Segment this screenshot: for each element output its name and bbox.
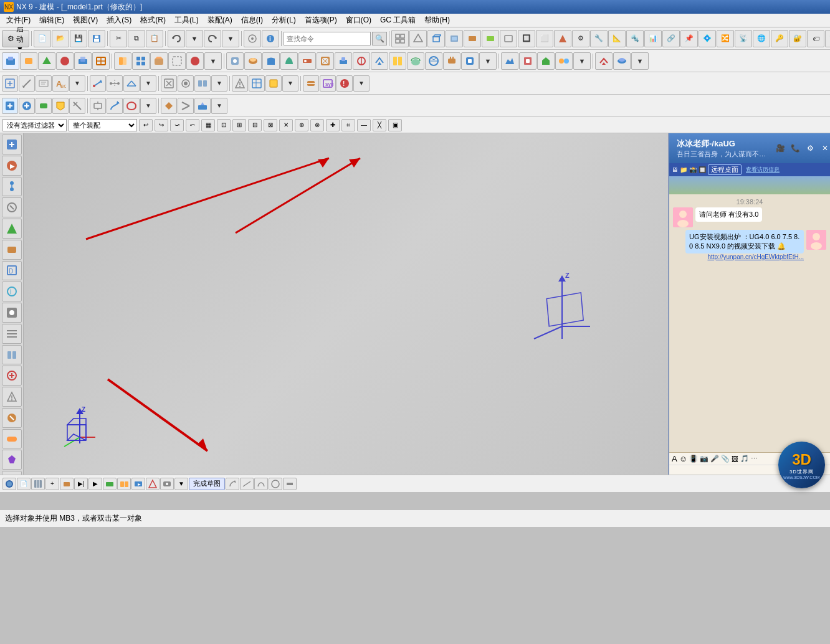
menu-info[interactable]: 信息(I) bbox=[237, 14, 267, 27]
snap-button[interactable] bbox=[244, 30, 261, 47]
extra-4[interactable] bbox=[52, 98, 69, 114]
feat-7[interactable] bbox=[114, 52, 131, 70]
chat-screenshot-icon[interactable]: 📷 bbox=[700, 455, 708, 463]
filter-btn-5[interactable]: ▦ bbox=[201, 119, 215, 131]
extra-8[interactable] bbox=[123, 98, 140, 114]
anno-16[interactable] bbox=[265, 75, 282, 92]
anno-6[interactable] bbox=[90, 75, 106, 92]
feat-1[interactable] bbox=[2, 52, 19, 70]
side-btn-10[interactable] bbox=[2, 324, 22, 344]
anno-8[interactable] bbox=[123, 75, 140, 92]
feat-17[interactable] bbox=[298, 52, 316, 70]
extra-1[interactable] bbox=[2, 98, 18, 114]
side-btn-5[interactable] bbox=[2, 219, 22, 239]
tb-more-11[interactable]: 📊 bbox=[644, 30, 662, 47]
menu-format[interactable]: 格式(R) bbox=[136, 14, 169, 27]
extra-12[interactable] bbox=[194, 98, 211, 114]
anno-5[interactable]: ▼ bbox=[69, 75, 85, 92]
bottom-btn-7[interactable]: ▶ bbox=[88, 478, 102, 490]
extra-5[interactable] bbox=[69, 98, 85, 114]
menu-gc-toolbox[interactable]: GC 工具箱 bbox=[376, 14, 419, 27]
bottom-btn-1[interactable] bbox=[2, 478, 16, 490]
bottom-btn-12[interactable] bbox=[160, 478, 174, 490]
bottom-btn-10[interactable] bbox=[131, 478, 145, 490]
feat-26[interactable] bbox=[461, 52, 479, 70]
info-button[interactable]: i bbox=[262, 30, 279, 47]
search-button[interactable]: 🔍 bbox=[372, 32, 387, 45]
filter-btn-2[interactable]: ↪ bbox=[155, 119, 168, 131]
chat-video-btn[interactable]: 🎥 bbox=[774, 142, 786, 154]
bottom-btn-2[interactable]: 📄 bbox=[17, 478, 31, 490]
side-btn-8[interactable]: i bbox=[2, 282, 22, 301]
feat-6[interactable] bbox=[92, 52, 110, 70]
filter-btn-12[interactable]: ⊗ bbox=[310, 119, 324, 131]
anno-3[interactable] bbox=[36, 75, 52, 92]
side-btn-2[interactable]: ▶ bbox=[2, 156, 22, 176]
search-input[interactable] bbox=[284, 32, 371, 45]
side-btn-9[interactable] bbox=[2, 303, 22, 323]
side-btn-13[interactable] bbox=[2, 387, 22, 407]
feat-27[interactable]: ▼ bbox=[479, 52, 497, 70]
anno-7[interactable] bbox=[107, 75, 123, 92]
feat-32[interactable]: ▼ bbox=[573, 52, 591, 70]
redo-arrow[interactable]: ▼ bbox=[222, 30, 239, 47]
bottom-btn-3[interactable] bbox=[31, 478, 45, 490]
feat-2[interactable] bbox=[20, 52, 37, 70]
side-btn-12[interactable] bbox=[2, 366, 22, 386]
feat-30[interactable] bbox=[537, 52, 555, 70]
menu-preferences[interactable]: 首选项(P) bbox=[301, 14, 341, 27]
feat-12[interactable]: ▼ bbox=[204, 52, 222, 70]
anno-19[interactable]: sym bbox=[320, 75, 336, 92]
side-btn-15[interactable] bbox=[2, 429, 22, 449]
save-as-button[interactable] bbox=[88, 30, 105, 47]
feat-9[interactable] bbox=[150, 52, 168, 70]
save-button[interactable]: 💾 bbox=[70, 30, 87, 47]
tb-more-7[interactable]: ⚙ bbox=[572, 30, 589, 47]
filter-btn-7[interactable]: ⊞ bbox=[232, 119, 246, 131]
open-button[interactable]: 📂 bbox=[52, 30, 69, 47]
tb-more-4[interactable]: 🔲 bbox=[518, 30, 535, 47]
tb-more-1[interactable] bbox=[464, 30, 481, 47]
remote-icon-3[interactable]: 📸 bbox=[689, 166, 697, 173]
feat-10[interactable] bbox=[168, 52, 186, 70]
side-btn-14[interactable] bbox=[2, 408, 22, 428]
menu-help[interactable]: 帮助(H) bbox=[421, 14, 454, 27]
feat-23[interactable] bbox=[407, 52, 424, 70]
extra-3[interactable] bbox=[36, 98, 52, 114]
anno-4[interactable]: ABC bbox=[52, 75, 69, 92]
filter-btn-8[interactable]: ⊟ bbox=[248, 119, 262, 131]
chat-font-icon[interactable]: A bbox=[672, 454, 677, 463]
menu-tools[interactable]: 工具(L) bbox=[171, 14, 203, 27]
tb-more-19[interactable]: 🔐 bbox=[789, 30, 806, 47]
remote-icon-2[interactable]: 📁 bbox=[680, 166, 687, 173]
feat-8[interactable] bbox=[132, 52, 150, 70]
menu-assembly[interactable]: 装配(A) bbox=[204, 14, 236, 27]
bottom-btn-15[interactable] bbox=[240, 478, 254, 490]
filter-btn-15[interactable]: — bbox=[357, 119, 371, 131]
anno-11[interactable] bbox=[178, 75, 194, 92]
render-btn[interactable] bbox=[446, 30, 463, 47]
filter-btn-6[interactable]: ⊡ bbox=[217, 119, 231, 131]
side-btn-1[interactable] bbox=[2, 135, 22, 154]
side-btn-6[interactable] bbox=[2, 240, 22, 260]
menu-insert[interactable]: 插入(S) bbox=[103, 14, 135, 27]
bottom-btn-17[interactable] bbox=[269, 478, 282, 490]
feat-31[interactable] bbox=[555, 52, 573, 70]
bottom-btn-9[interactable] bbox=[117, 478, 131, 490]
anno-14[interactable] bbox=[232, 75, 248, 92]
tb-more-5[interactable]: ⬜ bbox=[536, 30, 553, 47]
filter-btn-14[interactable]: ⌗ bbox=[341, 119, 355, 131]
tb-more-2[interactable] bbox=[482, 30, 499, 47]
feat-3[interactable] bbox=[38, 52, 55, 70]
anno-17[interactable]: ▼ bbox=[282, 75, 298, 92]
bottom-btn-5[interactable] bbox=[60, 478, 74, 490]
anno-18[interactable] bbox=[303, 75, 319, 92]
side-btn-4[interactable] bbox=[2, 197, 22, 217]
feat-33[interactable] bbox=[595, 52, 613, 70]
view-select[interactable] bbox=[409, 30, 427, 47]
tb-more-13[interactable]: 📌 bbox=[680, 30, 698, 47]
tb-more-16[interactable]: 📡 bbox=[735, 30, 752, 47]
anno-10[interactable] bbox=[161, 75, 177, 92]
bottom-btn-complete[interactable]: 完成草图 bbox=[189, 478, 225, 490]
tb-more-8[interactable]: 🔧 bbox=[590, 30, 608, 47]
